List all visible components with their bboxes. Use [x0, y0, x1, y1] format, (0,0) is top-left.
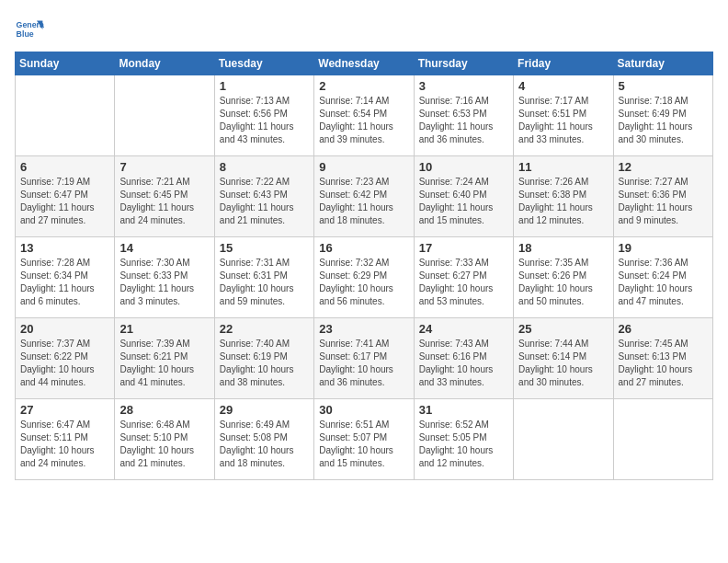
calendar-cell: 3Sunrise: 7:16 AM Sunset: 6:53 PM Daylig… [414, 75, 513, 156]
calendar-cell: 20Sunrise: 7:37 AM Sunset: 6:22 PM Dayli… [16, 318, 115, 399]
day-info: Sunrise: 7:37 AM Sunset: 6:22 PM Dayligh… [20, 338, 109, 389]
day-number: 25 [518, 322, 608, 336]
day-number: 6 [20, 160, 109, 174]
calendar-cell: 1Sunrise: 7:13 AM Sunset: 6:56 PM Daylig… [214, 75, 313, 156]
day-number: 19 [619, 241, 708, 255]
day-number: 8 [220, 160, 309, 174]
day-number: 9 [319, 160, 408, 174]
day-info: Sunrise: 6:48 AM Sunset: 5:10 PM Dayligh… [119, 419, 209, 470]
calendar-cell: 19Sunrise: 7:36 AM Sunset: 6:24 PM Dayli… [613, 237, 712, 318]
calendar-cell: 18Sunrise: 7:35 AM Sunset: 6:26 PM Dayli… [514, 237, 613, 318]
day-info: Sunrise: 7:14 AM Sunset: 6:54 PM Dayligh… [319, 95, 408, 146]
day-info: Sunrise: 7:32 AM Sunset: 6:29 PM Dayligh… [319, 257, 408, 308]
calendar-cell [514, 399, 613, 480]
calendar-week-row: 13Sunrise: 7:28 AM Sunset: 6:34 PM Dayli… [16, 237, 713, 318]
day-number: 14 [119, 241, 209, 255]
day-number: 12 [619, 160, 708, 174]
day-number: 5 [619, 79, 708, 93]
day-info: Sunrise: 7:36 AM Sunset: 6:24 PM Dayligh… [619, 257, 708, 308]
day-number: 23 [319, 322, 408, 336]
calendar-cell: 6Sunrise: 7:19 AM Sunset: 6:47 PM Daylig… [16, 156, 115, 237]
day-number: 31 [419, 403, 508, 417]
day-number: 21 [119, 322, 209, 336]
day-number: 4 [518, 79, 608, 93]
day-info: Sunrise: 7:18 AM Sunset: 6:49 PM Dayligh… [619, 95, 708, 146]
calendar-cell: 26Sunrise: 7:45 AM Sunset: 6:13 PM Dayli… [613, 318, 712, 399]
calendar-week-row: 27Sunrise: 6:47 AM Sunset: 5:11 PM Dayli… [16, 399, 713, 480]
calendar-cell: 29Sunrise: 6:49 AM Sunset: 5:08 PM Dayli… [214, 399, 313, 480]
day-info: Sunrise: 6:52 AM Sunset: 5:05 PM Dayligh… [419, 419, 508, 470]
day-info: Sunrise: 6:49 AM Sunset: 5:08 PM Dayligh… [220, 419, 309, 470]
day-info: Sunrise: 7:31 AM Sunset: 6:31 PM Dayligh… [220, 257, 309, 308]
day-info: Sunrise: 7:16 AM Sunset: 6:53 PM Dayligh… [419, 95, 508, 146]
day-info: Sunrise: 7:27 AM Sunset: 6:36 PM Dayligh… [619, 176, 708, 227]
day-number: 1 [220, 79, 309, 93]
day-info: Sunrise: 7:21 AM Sunset: 6:45 PM Dayligh… [119, 176, 209, 227]
day-number: 15 [220, 241, 309, 255]
calendar-cell: 2Sunrise: 7:14 AM Sunset: 6:54 PM Daylig… [314, 75, 414, 156]
calendar-cell: 15Sunrise: 7:31 AM Sunset: 6:31 PM Dayli… [214, 237, 313, 318]
calendar-cell: 5Sunrise: 7:18 AM Sunset: 6:49 PM Daylig… [613, 75, 712, 156]
calendar-header-row: SundayMondayTuesdayWednesdayThursdayFrid… [16, 52, 713, 75]
calendar-cell: 27Sunrise: 6:47 AM Sunset: 5:11 PM Dayli… [16, 399, 115, 480]
calendar-cell [16, 75, 115, 156]
day-info: Sunrise: 7:23 AM Sunset: 6:42 PM Dayligh… [319, 176, 408, 227]
calendar-week-row: 20Sunrise: 7:37 AM Sunset: 6:22 PM Dayli… [16, 318, 713, 399]
svg-text:Blue: Blue [17, 29, 34, 39]
day-info: Sunrise: 7:28 AM Sunset: 6:34 PM Dayligh… [20, 257, 109, 308]
calendar-table: SundayMondayTuesdayWednesdayThursdayFrid… [15, 52, 713, 480]
day-info: Sunrise: 7:30 AM Sunset: 6:33 PM Dayligh… [119, 257, 209, 308]
calendar-cell [115, 75, 214, 156]
calendar-cell: 24Sunrise: 7:43 AM Sunset: 6:16 PM Dayli… [414, 318, 513, 399]
calendar-cell: 31Sunrise: 6:52 AM Sunset: 5:05 PM Dayli… [414, 399, 513, 480]
logo-icon: General Blue [15, 15, 44, 44]
calendar-cell: 22Sunrise: 7:40 AM Sunset: 6:19 PM Dayli… [214, 318, 313, 399]
day-info: Sunrise: 7:40 AM Sunset: 6:19 PM Dayligh… [220, 338, 309, 389]
day-number: 2 [319, 79, 408, 93]
day-number: 13 [20, 241, 109, 255]
day-info: Sunrise: 7:44 AM Sunset: 6:14 PM Dayligh… [518, 338, 608, 389]
day-number: 29 [220, 403, 309, 417]
calendar-cell: 25Sunrise: 7:44 AM Sunset: 6:14 PM Dayli… [514, 318, 613, 399]
day-number: 18 [518, 241, 608, 255]
day-number: 20 [20, 322, 109, 336]
day-number: 16 [319, 241, 408, 255]
day-info: Sunrise: 7:13 AM Sunset: 6:56 PM Dayligh… [220, 95, 309, 146]
calendar-cell: 13Sunrise: 7:28 AM Sunset: 6:34 PM Dayli… [16, 237, 115, 318]
day-info: Sunrise: 7:43 AM Sunset: 6:16 PM Dayligh… [419, 338, 508, 389]
calendar-cell: 30Sunrise: 6:51 AM Sunset: 5:07 PM Dayli… [314, 399, 414, 480]
day-number: 28 [119, 403, 209, 417]
day-info: Sunrise: 7:39 AM Sunset: 6:21 PM Dayligh… [119, 338, 209, 389]
calendar-cell: 23Sunrise: 7:41 AM Sunset: 6:17 PM Dayli… [314, 318, 414, 399]
day-of-week-header: Saturday [613, 52, 712, 75]
day-number: 7 [119, 160, 209, 174]
day-info: Sunrise: 7:33 AM Sunset: 6:27 PM Dayligh… [419, 257, 508, 308]
day-number: 24 [419, 322, 508, 336]
day-number: 17 [419, 241, 508, 255]
page-header: General Blue [15, 15, 713, 44]
calendar-cell: 4Sunrise: 7:17 AM Sunset: 6:51 PM Daylig… [514, 75, 613, 156]
day-info: Sunrise: 6:47 AM Sunset: 5:11 PM Dayligh… [20, 419, 109, 470]
calendar-cell: 28Sunrise: 6:48 AM Sunset: 5:10 PM Dayli… [115, 399, 214, 480]
logo: General Blue [15, 15, 48, 44]
day-info: Sunrise: 6:51 AM Sunset: 5:07 PM Dayligh… [319, 419, 408, 470]
calendar-cell: 17Sunrise: 7:33 AM Sunset: 6:27 PM Dayli… [414, 237, 513, 318]
day-of-week-header: Monday [115, 52, 214, 75]
calendar-cell: 16Sunrise: 7:32 AM Sunset: 6:29 PM Dayli… [314, 237, 414, 318]
day-of-week-header: Tuesday [214, 52, 313, 75]
day-info: Sunrise: 7:17 AM Sunset: 6:51 PM Dayligh… [518, 95, 608, 146]
calendar-cell: 12Sunrise: 7:27 AM Sunset: 6:36 PM Dayli… [613, 156, 712, 237]
day-number: 3 [419, 79, 508, 93]
day-of-week-header: Sunday [16, 52, 115, 75]
day-number: 10 [419, 160, 508, 174]
day-number: 30 [319, 403, 408, 417]
day-info: Sunrise: 7:45 AM Sunset: 6:13 PM Dayligh… [619, 338, 708, 389]
calendar-cell [613, 399, 712, 480]
calendar-week-row: 6Sunrise: 7:19 AM Sunset: 6:47 PM Daylig… [16, 156, 713, 237]
day-of-week-header: Thursday [414, 52, 513, 75]
day-number: 11 [518, 160, 608, 174]
calendar-cell: 21Sunrise: 7:39 AM Sunset: 6:21 PM Dayli… [115, 318, 214, 399]
day-number: 27 [20, 403, 109, 417]
day-of-week-header: Wednesday [314, 52, 414, 75]
day-of-week-header: Friday [514, 52, 613, 75]
